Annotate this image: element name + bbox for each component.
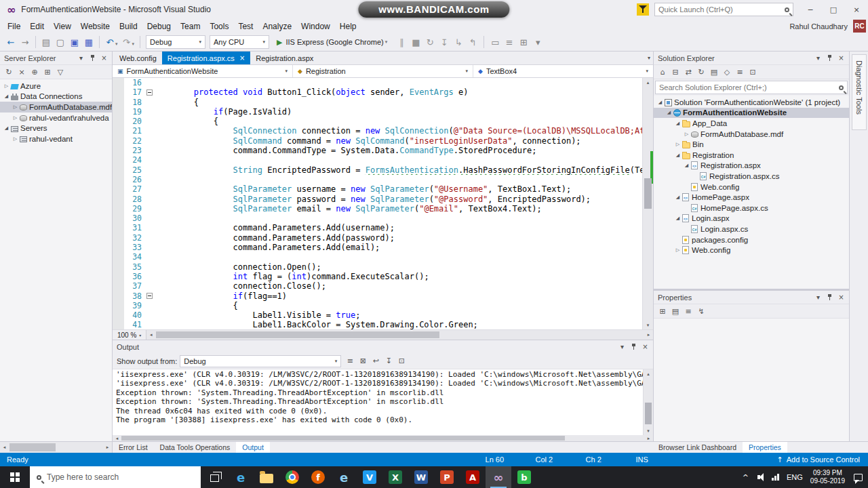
scroll-up-icon[interactable]: ▴ [644, 369, 653, 378]
solution-explorer-item-formauthdatabase-mdf[interactable]: ▷FormAuthDatabase.mdf [654, 129, 849, 140]
code-line[interactable]: 22 SqlCommand command = new SqlCommand("… [113, 136, 642, 146]
taskbar-app-internet-explorer[interactable]: e [331, 466, 357, 488]
menu-build[interactable]: Build [115, 20, 142, 33]
bookmark-icon[interactable]: ⊞ [517, 35, 530, 49]
document-overflow-icon[interactable]: ▾ [648, 55, 650, 61]
fold-collapse-icon[interactable] [146, 293, 153, 299]
properties-header[interactable]: Properties ▾× [654, 291, 849, 304]
server-explorer-item-azure[interactable]: ▷Azure [0, 81, 112, 92]
code-lines[interactable]: 1617 protected void Button1_Click(object… [113, 78, 642, 329]
undo-icon[interactable]: ↶ [103, 35, 117, 49]
solution-explorer-item-homepage-aspx-cs[interactable]: HomePage.aspx.cs [654, 203, 849, 214]
code-line[interactable]: 24 [113, 155, 642, 165]
collapsed-icon[interactable]: ▷ [674, 247, 682, 253]
solution-explorer-item-packages-config[interactable]: packages.config [654, 235, 849, 245]
doc-tab-registration-aspx-cs[interactable]: Registration.aspx.cs× [162, 52, 250, 64]
toolbar-options-icon[interactable]: ▾ [531, 35, 545, 49]
view-code-icon[interactable]: ◇ [721, 66, 733, 78]
delete-icon[interactable]: × [16, 66, 28, 78]
messages-icon[interactable]: ≡ [344, 355, 356, 367]
nav-back-icon[interactable]: ← [4, 35, 18, 49]
solution-explorer-item-app-data[interactable]: ◢App_Data [654, 118, 849, 129]
scroll-left-icon[interactable]: ◂ [146, 330, 155, 340]
scroll-down-icon[interactable]: ▾ [644, 426, 653, 435]
step-out-icon[interactable]: ↰ [466, 35, 479, 49]
connect-server-icon[interactable]: ⊞ [41, 66, 54, 78]
taskbar-app-vs-code[interactable]: V [357, 466, 382, 488]
code-line[interactable]: 36 int flag = (int)command.ExecuteScalar… [113, 272, 642, 281]
open-file-icon[interactable]: ▢ [54, 35, 67, 49]
server-explorer-item-rahul-vedant-rahulveda[interactable]: ▷rahul-vedant\rahulveda [0, 113, 112, 123]
code-line[interactable]: 41 Label1.BackColor = System.Drawing.Col… [113, 320, 642, 329]
solution-explorer-search[interactable] [655, 81, 848, 94]
collapsed-icon[interactable]: ▷ [3, 83, 10, 89]
pause-icon[interactable]: ∥ [395, 35, 408, 49]
menu-analyze[interactable]: Analyze [258, 20, 296, 33]
solution-explorer-item-login-aspx-cs[interactable]: Login.aspx.cs [654, 224, 849, 235]
preview-icon[interactable]: ⊡ [747, 66, 759, 78]
scroll-left-icon[interactable]: ◂ [113, 435, 121, 441]
menu-window[interactable]: Window [296, 20, 335, 33]
save-icon[interactable]: ▣ [68, 35, 81, 49]
code-line[interactable]: 25 String EncriptedPassword = FormsAuthe… [113, 165, 642, 175]
menu-website[interactable]: Website [76, 20, 115, 33]
taskbar-app-excel[interactable]: X [382, 466, 408, 488]
solution-explorer-item-registration-aspx-cs[interactable]: Registration.aspx.cs [654, 171, 849, 182]
scroll-down-icon[interactable]: ▾ [643, 321, 653, 329]
class-dropdown[interactable]: ◆ Registration ▾ [293, 65, 473, 77]
filter-icon[interactable]: ▽ [54, 66, 66, 78]
taskbar-app-word[interactable]: W [408, 466, 434, 488]
close-icon[interactable]: × [836, 53, 846, 63]
expanded-icon[interactable]: ◢ [674, 152, 682, 158]
scrollbar-thumb[interactable] [645, 403, 652, 425]
window-position-icon[interactable]: ▾ [617, 342, 627, 352]
nav-forward-icon[interactable]: → [18, 35, 32, 49]
code-line[interactable]: 35 connection.Open(); [113, 262, 642, 272]
code-line[interactable]: 28 SqlParameter password = new SqlParame… [113, 195, 642, 204]
scrollbar-thumb[interactable] [121, 436, 565, 441]
code-editor[interactable]: 1617 protected void Button1_Click(object… [113, 78, 653, 329]
solution-explorer-item-solution-formauthenticationwebsite-1-project[interactable]: ◢Solution 'FormAuthenticationWebsite' (1… [654, 97, 849, 108]
server-explorer-item-rahul-vedant[interactable]: ▷rahul-vedant [0, 134, 112, 144]
doc-tab-registration-aspx[interactable]: Registration.aspx [250, 52, 319, 64]
categorized-icon[interactable]: ⊞ [656, 305, 669, 317]
menu-edit[interactable]: Edit [25, 20, 49, 33]
close-icon[interactable]: × [99, 53, 109, 63]
expanded-icon[interactable]: ◢ [665, 110, 673, 115]
close-icon[interactable]: × [640, 342, 650, 352]
code-line[interactable]: 26 [113, 175, 642, 184]
code-line[interactable]: 19 if(Page.IsValid) [113, 107, 642, 117]
server-explorer-header[interactable]: Server Explorer ▾× [0, 52, 112, 64]
pin-icon[interactable] [825, 292, 835, 302]
collapsed-icon[interactable]: ▷ [674, 142, 682, 147]
scroll-right-icon[interactable]: ▸ [644, 330, 653, 340]
scroll-right-icon[interactable]: ▸ [644, 435, 653, 441]
code-line[interactable]: 39 { [113, 301, 642, 310]
scroll-left-icon[interactable]: ◂ [0, 442, 9, 453]
taskbar-app-google-chrome[interactable] [279, 466, 305, 488]
expanded-icon[interactable]: ◢ [3, 94, 10, 99]
collapsed-icon[interactable]: ▷ [683, 131, 690, 137]
solution-platform-dropdown[interactable]: Any CPU ▾ [210, 35, 269, 49]
solution-explorer-item-homepage-aspx[interactable]: ◢HomePage.aspx [654, 192, 849, 203]
hidden-icons-chevron[interactable]: ^ [743, 473, 749, 482]
language-indicator[interactable]: ENG [787, 473, 803, 481]
fold-gutter[interactable] [144, 291, 155, 301]
diagnostic-tools-tab[interactable]: Diagnostic Tools [852, 54, 867, 130]
editor-horizontal-scrollbar[interactable]: ◂ ▸ [146, 330, 653, 340]
fold-gutter[interactable] [144, 87, 155, 97]
output-header[interactable]: Output ▾× [113, 340, 653, 353]
taskbar-app-bandicam[interactable]: b [511, 466, 537, 488]
scrollbar-thumb[interactable] [156, 331, 439, 338]
properties-icon[interactable]: ≡ [734, 66, 746, 78]
fold-collapse-icon[interactable] [146, 89, 153, 96]
collapsed-icon[interactable]: ▷ [12, 115, 19, 121]
account-name[interactable]: Rahul Chaudhary [789, 22, 848, 30]
chevron-down-icon[interactable]: ▾ [115, 41, 118, 47]
menu-view[interactable]: View [49, 20, 76, 33]
taskbar-app-adobe-reader[interactable]: A [460, 466, 486, 488]
add-to-source-control-button[interactable]: ↑ Add to Source Control [777, 455, 868, 464]
zoom-control[interactable]: 100 % ▾ [113, 330, 146, 340]
server-explorer-item-formauthdatabase-mdf[interactable]: ▷FormAuthDatabase.mdf [0, 102, 112, 113]
code-line[interactable]: 18 { [113, 98, 642, 107]
